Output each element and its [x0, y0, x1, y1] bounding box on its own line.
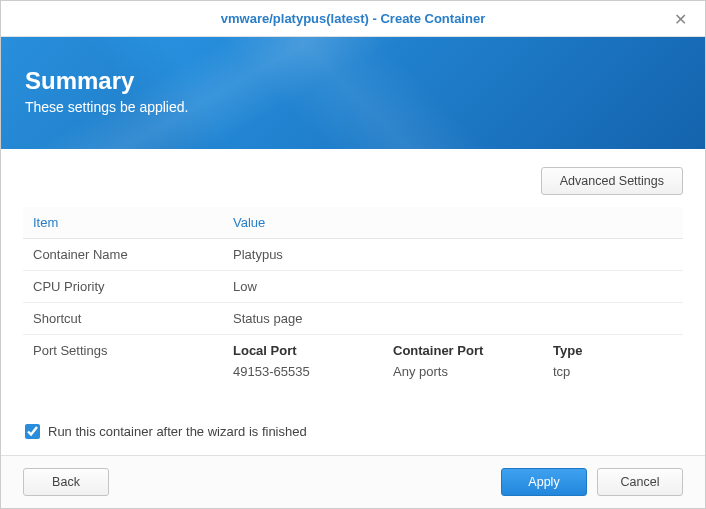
actions-top: Advanced Settings — [23, 167, 683, 195]
run-after-wizard-label: Run this container after the wizard is f… — [48, 424, 307, 439]
run-after-wizard-row: Run this container after the wizard is f… — [23, 410, 683, 455]
col-value: Value — [223, 207, 683, 239]
cell-value: Platypus — [223, 239, 683, 271]
table-row: Shortcut Status page — [23, 303, 683, 335]
dialog-window: vmware/platypus(latest) - Create Contain… — [0, 0, 706, 509]
close-icon[interactable]: ✕ — [666, 5, 695, 32]
content: Advanced Settings Item Value Container N… — [1, 149, 705, 455]
table-row-port: Port Settings Local Port Container Port … — [23, 335, 683, 388]
cell-item: CPU Priority — [23, 271, 223, 303]
table-row: Container Name Platypus — [23, 239, 683, 271]
window-title: vmware/platypus(latest) - Create Contain… — [221, 11, 485, 26]
back-button[interactable]: Back — [23, 468, 109, 496]
cancel-button[interactable]: Cancel — [597, 468, 683, 496]
cell-value: Status page — [223, 303, 683, 335]
col-item: Item — [23, 207, 223, 239]
cell-item: Shortcut — [23, 303, 223, 335]
banner-heading: Summary — [25, 67, 681, 95]
settings-table: Item Value Container Name Platypus CPU P… — [23, 207, 683, 387]
port-header-type: Type — [553, 343, 673, 358]
cell-item: Port Settings — [23, 335, 223, 388]
port-header-container: Container Port — [393, 343, 553, 358]
port-value-container: Any ports — [393, 364, 553, 379]
advanced-settings-button[interactable]: Advanced Settings — [541, 167, 683, 195]
banner: Summary These settings be applied. — [1, 37, 705, 149]
cell-item: Container Name — [23, 239, 223, 271]
cell-port-settings: Local Port Container Port Type 49153-655… — [223, 335, 683, 388]
port-value-local: 49153-65535 — [233, 364, 393, 379]
footer: Back Apply Cancel — [1, 455, 705, 508]
port-header-local: Local Port — [233, 343, 393, 358]
apply-button[interactable]: Apply — [501, 468, 587, 496]
port-value-type: tcp — [553, 364, 673, 379]
cell-value: Low — [223, 271, 683, 303]
table-row: CPU Priority Low — [23, 271, 683, 303]
titlebar: vmware/platypus(latest) - Create Contain… — [1, 1, 705, 37]
banner-subtext: These settings be applied. — [25, 99, 681, 115]
run-after-wizard-checkbox[interactable] — [25, 424, 40, 439]
